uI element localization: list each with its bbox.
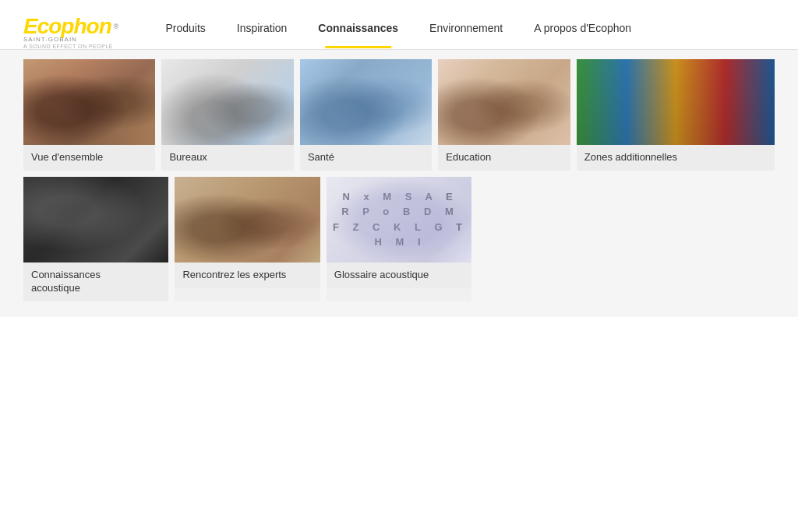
grid-item-vue-ensemble[interactable]: Vue d'ensemble <box>23 59 155 171</box>
img-bureaux-bg <box>161 59 293 145</box>
label-connaissances: Connaissances acoustique <box>23 262 168 301</box>
img-zones <box>577 59 775 145</box>
nav-inspiration[interactable]: Inspiration <box>221 16 303 48</box>
img-zones-bg <box>577 59 775 145</box>
nav-produits[interactable]: Produits <box>150 16 221 48</box>
grid-item-bureaux[interactable]: Bureaux <box>161 59 293 171</box>
logo-saint-gobain: SAINT-GOBAIN <box>23 36 118 43</box>
img-vue-ensemble-bg <box>23 59 155 145</box>
label-glossaire: Glossaire acoustique <box>327 262 471 288</box>
img-glossaire: N x M S A E R P o B D M F Z C K L G T H … <box>327 177 471 262</box>
logo-tagline: A SOUND EFFECT ON PEOPLE <box>23 44 118 49</box>
img-experts <box>175 177 320 262</box>
img-sante-bg <box>300 59 432 145</box>
img-connaissances-bg <box>23 177 168 262</box>
grid-item-sante[interactable]: Santé <box>300 59 432 171</box>
label-experts: Rencontrez les experts <box>175 262 320 288</box>
label-zones: Zones additionnelles <box>577 145 775 171</box>
img-vue-ensemble <box>23 59 155 145</box>
img-bureaux <box>161 59 293 145</box>
img-education-bg <box>438 59 570 145</box>
img-experts-bg <box>175 177 320 262</box>
grid-item-connaissances[interactable]: Connaissances acoustique <box>23 177 168 301</box>
img-education <box>438 59 570 145</box>
nav-environnement[interactable]: Environnement <box>414 16 518 48</box>
nav-apropos[interactable]: A propos d'Ecophon <box>518 16 647 48</box>
label-bureaux: Bureaux <box>161 145 293 171</box>
grid-item-glossaire[interactable]: N x M S A E R P o B D M F Z C K L G T H … <box>327 177 471 301</box>
grid-item-education[interactable]: Education <box>438 59 570 171</box>
glossaire-letters: N x M S A E R P o B D M F Z C K L G T H … <box>327 177 471 262</box>
main-nav: Produits Inspiration Connaissances Envir… <box>150 16 647 48</box>
grid-item-experts[interactable]: Rencontrez les experts <box>175 177 320 301</box>
label-education: Education <box>438 145 570 171</box>
img-glossaire-bg: N x M S A E R P o B D M F Z C K L G T H … <box>327 177 471 262</box>
grid-container: Vue d'ensemble Bureaux Santé Education Z <box>0 50 798 317</box>
logo-trademark: ® <box>114 23 119 30</box>
nav-connaissances[interactable]: Connaissances <box>302 16 414 48</box>
grid-row-2: Connaissances acoustique Rencontrez les … <box>23 177 775 301</box>
img-sante <box>300 59 432 145</box>
label-vue-ensemble: Vue d'ensemble <box>23 145 155 171</box>
grid-item-zones[interactable]: Zones additionnelles <box>577 59 775 171</box>
grid-row-1: Vue d'ensemble Bureaux Santé Education Z <box>23 59 775 171</box>
label-sante: Santé <box>300 145 432 171</box>
logo-area[interactable]: Ecophon® SAINT-GOBAIN A SOUND EFFECT ON … <box>23 14 118 49</box>
img-connaissances <box>23 177 168 262</box>
header: Ecophon® SAINT-GOBAIN A SOUND EFFECT ON … <box>0 0 798 49</box>
